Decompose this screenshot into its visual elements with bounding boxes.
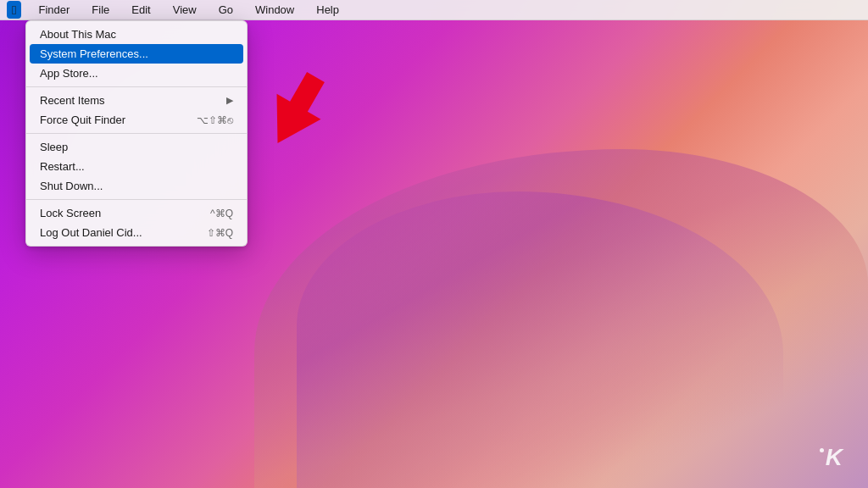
separator-1 <box>26 86 247 87</box>
menu-log-out[interactable]: Log Out Daniel Cid... ⇧⌘Q <box>26 223 247 242</box>
watermark-dot <box>820 448 824 452</box>
knowtechie-watermark: K <box>820 444 843 471</box>
menubar-file[interactable]: File <box>86 2 114 18</box>
separator-3 <box>26 199 247 200</box>
menu-shut-down[interactable]: Shut Down... <box>26 176 247 196</box>
menu-restart[interactable]: Restart... <box>26 157 247 176</box>
menubar-view[interactable]: View <box>168 2 202 18</box>
menubar-window[interactable]: Window <box>250 2 299 18</box>
separator-2 <box>26 133 247 134</box>
menu-system-preferences[interactable]: System Preferences... <box>30 44 243 64</box>
lock-screen-shortcut: ^⌘Q <box>210 208 233 219</box>
apple-dropdown-menu: About This Mac System Preferences... App… <box>25 20 248 247</box>
menu-sleep[interactable]: Sleep <box>26 137 247 157</box>
svg-marker-0 <box>256 68 338 152</box>
force-quit-shortcut: ⌥⇧⌘⎋ <box>197 114 233 126</box>
menu-about-this-mac[interactable]: About This Mac <box>26 25 247 44</box>
menubar:  Finder File Edit View Go Window Help <box>0 0 868 20</box>
menubar-help[interactable]: Help <box>311 2 344 18</box>
menu-force-quit[interactable]: Force Quit Finder ⌥⇧⌘⎋ <box>26 110 247 130</box>
watermark-text: K <box>826 444 843 471</box>
red-arrow-indicator <box>229 68 364 152</box>
menubar-edit[interactable]: Edit <box>126 2 155 18</box>
log-out-shortcut: ⇧⌘Q <box>207 227 233 239</box>
menubar-finder[interactable]: Finder <box>33 2 75 18</box>
menubar-go[interactable]: Go <box>214 2 238 18</box>
apple-logo-icon:  <box>12 3 16 17</box>
menu-app-store[interactable]: App Store... <box>26 64 247 83</box>
apple-menu-button[interactable]:  <box>7 1 21 19</box>
menu-recent-items[interactable]: Recent Items ▶ <box>26 91 247 110</box>
menu-lock-screen[interactable]: Lock Screen ^⌘Q <box>26 203 247 223</box>
